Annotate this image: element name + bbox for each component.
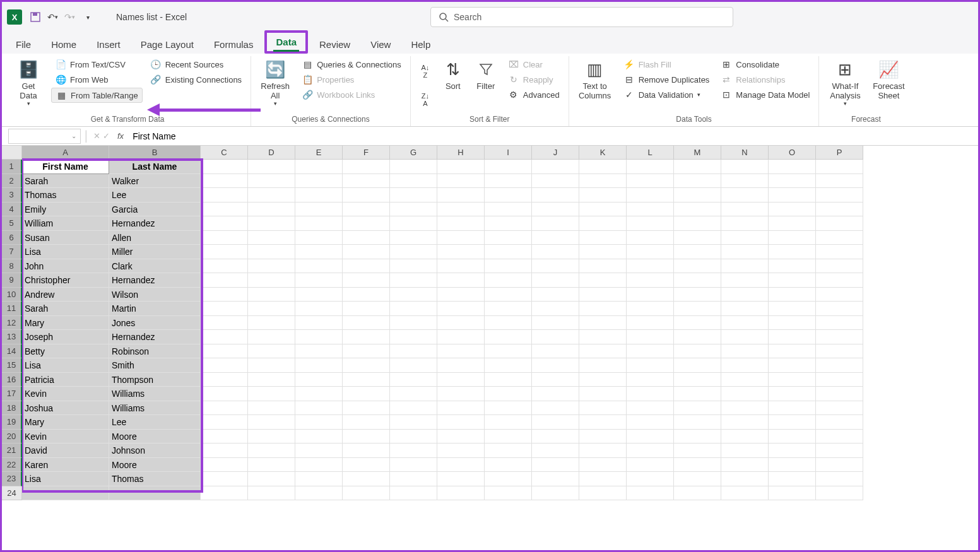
- data-cell[interactable]: Williams: [109, 401, 201, 416]
- row-header-7[interactable]: 7: [2, 245, 22, 259]
- column-header-N[interactable]: N: [721, 146, 769, 160]
- tab-page-layout[interactable]: Page Layout: [132, 35, 203, 54]
- formula-input[interactable]: First Name: [127, 131, 978, 141]
- remove-duplicates-button[interactable]: ⊟Remove Duplicates: [620, 73, 714, 86]
- data-cell[interactable]: Jones: [109, 316, 201, 331]
- data-cell[interactable]: Betty: [22, 344, 109, 359]
- row-header-10[interactable]: 10: [2, 288, 22, 302]
- data-cell[interactable]: John: [22, 259, 109, 274]
- data-cell[interactable]: Susan: [22, 231, 109, 245]
- advanced-filter-button[interactable]: ⚙Advanced: [504, 88, 564, 102]
- save-icon[interactable]: [30, 11, 41, 23]
- from-text-csv-button[interactable]: 📄From Text/CSV: [51, 57, 143, 71]
- column-header-D[interactable]: D: [248, 146, 295, 160]
- row-header-21[interactable]: 21: [2, 443, 22, 458]
- data-cell[interactable]: Lisa: [22, 245, 109, 259]
- row-header-6[interactable]: 6: [2, 231, 22, 245]
- tab-data[interactable]: Data: [264, 30, 308, 54]
- data-cell[interactable]: Williams: [109, 387, 201, 401]
- data-cell[interactable]: Lisa: [22, 358, 109, 373]
- insert-function-icon[interactable]: fx: [114, 131, 127, 141]
- data-cell[interactable]: David: [22, 443, 109, 458]
- data-cell[interactable]: Kevin: [22, 430, 109, 444]
- tab-home[interactable]: Home: [42, 35, 85, 54]
- row-header-14[interactable]: 14: [2, 344, 22, 359]
- recent-sources-button[interactable]: 🕒Recent Sources: [146, 57, 245, 71]
- data-cell[interactable]: Patricia: [22, 373, 109, 387]
- data-cell[interactable]: Joshua: [22, 401, 109, 416]
- column-header-B[interactable]: B: [109, 146, 201, 160]
- row-header-16[interactable]: 16: [2, 373, 22, 387]
- tab-view[interactable]: View: [362, 35, 399, 54]
- undo-icon[interactable]: ↶▾: [47, 12, 58, 22]
- data-cell[interactable]: Moore: [109, 430, 201, 444]
- data-cell[interactable]: Johnson: [109, 443, 201, 458]
- data-cell[interactable]: Miller: [109, 245, 201, 259]
- excel-app-icon[interactable]: X: [7, 9, 22, 25]
- tab-insert[interactable]: Insert: [88, 35, 129, 54]
- data-cell[interactable]: Walker: [109, 174, 201, 189]
- workbook-links-button[interactable]: 🔗Workbook Links: [298, 88, 405, 102]
- data-cell[interactable]: Thompson: [109, 373, 201, 387]
- qat-customize-icon[interactable]: ▾: [86, 14, 90, 21]
- data-cell[interactable]: Moore: [109, 458, 201, 473]
- row-header-15[interactable]: 15: [2, 358, 22, 373]
- data-cell[interactable]: William: [22, 216, 109, 231]
- data-cell[interactable]: Hernandez: [109, 273, 201, 288]
- tab-file[interactable]: File: [7, 35, 40, 54]
- column-header-H[interactable]: H: [437, 146, 485, 160]
- tab-review[interactable]: Review: [310, 35, 359, 54]
- what-if-button[interactable]: ⊞ What-If Analysis▾: [824, 57, 866, 114]
- row-header-5[interactable]: 5: [2, 216, 22, 231]
- enter-formula-icon[interactable]: ✓: [103, 131, 110, 141]
- select-all-corner[interactable]: [2, 146, 22, 160]
- row-header-1[interactable]: 1: [2, 160, 22, 174]
- row-header-3[interactable]: 3: [2, 188, 22, 203]
- column-header-M[interactable]: M: [674, 146, 721, 160]
- data-cell[interactable]: Clark: [109, 259, 201, 274]
- row-header-12[interactable]: 12: [2, 316, 22, 331]
- data-validation-button[interactable]: ✓Data Validation ▾: [620, 88, 714, 102]
- sort-button[interactable]: ⇅ Sort: [439, 57, 468, 114]
- column-header-A[interactable]: A: [22, 146, 109, 160]
- data-cell[interactable]: Lisa: [22, 472, 109, 486]
- data-cell[interactable]: Mary: [22, 415, 109, 430]
- data-cell[interactable]: Emily: [22, 203, 109, 217]
- data-cell[interactable]: Kevin: [22, 387, 109, 401]
- get-data-button[interactable]: 🗄️ Get Data▾: [9, 57, 47, 114]
- column-header-C[interactable]: C: [201, 146, 248, 160]
- sort-desc-button[interactable]: Z↓A: [416, 90, 435, 109]
- name-box[interactable]: ⌄: [8, 129, 81, 144]
- column-header-J[interactable]: J: [532, 146, 579, 160]
- data-cell[interactable]: Hernandez: [109, 330, 201, 344]
- search-input[interactable]: Search: [430, 7, 733, 27]
- data-cell[interactable]: Smith: [109, 358, 201, 373]
- row-header-8[interactable]: 8: [2, 259, 22, 274]
- header-cell-first[interactable]: First Name: [22, 160, 109, 174]
- data-cell[interactable]: Andrew: [22, 288, 109, 302]
- forecast-sheet-button[interactable]: 📈 Forecast Sheet: [870, 57, 907, 114]
- data-cell[interactable]: Sarah: [22, 174, 109, 189]
- column-header-K[interactable]: K: [579, 146, 627, 160]
- refresh-all-button[interactable]: 🔄 Refresh All▾: [256, 57, 294, 114]
- sort-asc-button[interactable]: A↓Z: [416, 62, 435, 81]
- text-to-columns-button[interactable]: ▥ Text to Columns: [574, 57, 616, 114]
- data-cell[interactable]: Garcia: [109, 203, 201, 217]
- row-header-18[interactable]: 18: [2, 401, 22, 416]
- data-cell[interactable]: Thomas: [22, 188, 109, 203]
- header-cell-last[interactable]: Last Name: [109, 160, 201, 174]
- row-header-13[interactable]: 13: [2, 330, 22, 344]
- redo-icon[interactable]: ↷▾: [64, 12, 75, 22]
- data-cell[interactable]: Thomas: [109, 472, 201, 486]
- tab-help[interactable]: Help: [402, 35, 439, 54]
- manage-data-model-button[interactable]: ⊡Manage Data Model: [717, 88, 813, 102]
- row-header-17[interactable]: 17: [2, 387, 22, 401]
- row-header-19[interactable]: 19: [2, 415, 22, 430]
- row-header-22[interactable]: 22: [2, 458, 22, 473]
- relationships-button[interactable]: ⇄Relationships: [717, 73, 813, 86]
- consolidate-button[interactable]: ⊞Consolidate: [717, 57, 813, 71]
- filter-button[interactable]: Filter: [471, 57, 500, 114]
- column-header-G[interactable]: G: [390, 146, 437, 160]
- flash-fill-button[interactable]: ⚡Flash Fill: [620, 57, 714, 71]
- cell-grid[interactable]: First NameLast NameSarahWalkerThomasLeeE…: [22, 160, 978, 500]
